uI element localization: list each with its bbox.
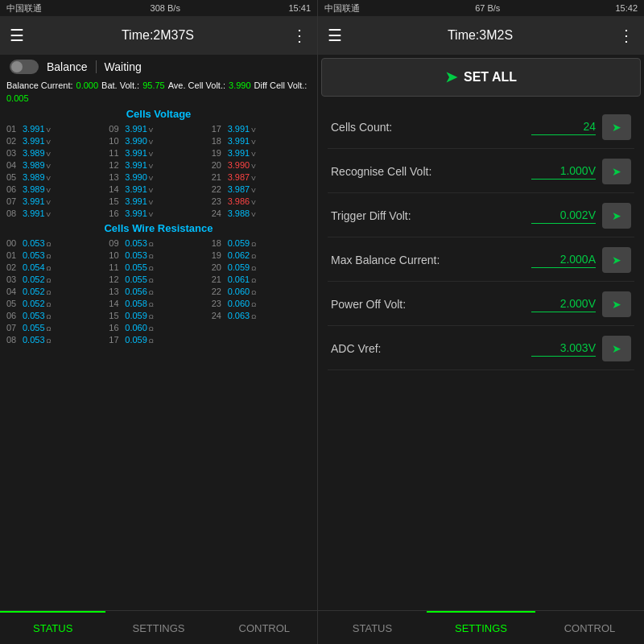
- cell-number: 07: [6, 196, 21, 206]
- cell-number: 23: [212, 196, 226, 206]
- setting-send-button[interactable]: ➤: [602, 291, 631, 317]
- wire-value: 0.063: [228, 311, 250, 320]
- cell-unit: V: [47, 151, 51, 158]
- right-tab-settings[interactable]: SETTINGS: [427, 611, 535, 644]
- setting-label: ADC Vref:: [331, 342, 531, 355]
- wire-unit: Ω: [251, 277, 256, 284]
- setting-value[interactable]: 2.000V: [531, 297, 596, 312]
- cell-unit: V: [251, 199, 255, 206]
- wire-value: 0.055: [125, 262, 147, 272]
- setting-value[interactable]: 3.003V: [531, 341, 596, 357]
- wire-value: 0.055: [23, 323, 45, 332]
- left-top-bar: ☰ Time:2M37S ⋮: [0, 16, 317, 55]
- balance-current-label: Balance Current:: [6, 80, 73, 90]
- setting-value[interactable]: 2.000A: [531, 253, 596, 268]
- cell-value: 3.991: [228, 148, 250, 158]
- cell-voltage-item: 243.988V: [212, 208, 311, 219]
- cell-number: 22: [212, 184, 226, 194]
- wire-value: 0.052: [23, 287, 45, 296]
- wire-resistance-item: 040.052Ω: [6, 286, 105, 297]
- wire-unit: Ω: [149, 337, 154, 345]
- cell-number: 13: [109, 172, 123, 182]
- wire-unit: Ω: [251, 301, 256, 308]
- right-tab-control[interactable]: CONTROL: [535, 611, 644, 644]
- cell-value: 3.991: [125, 184, 147, 194]
- cell-value: 3.991: [125, 124, 147, 134]
- left-time: 15:41: [288, 3, 311, 13]
- cell-number: 16: [109, 208, 123, 218]
- cell-number: 11: [109, 148, 123, 158]
- wire-number: 19: [212, 250, 226, 260]
- cell-number: 14: [109, 184, 123, 194]
- cell-value: 3.989: [23, 160, 45, 170]
- wire-resistance-item: 210.061Ω: [212, 274, 311, 285]
- cell-value: 3.988: [228, 208, 250, 218]
- right-top-bar: ☰ Time:3M2S ⋮: [318, 16, 644, 55]
- setting-value[interactable]: 0.002V: [531, 208, 596, 224]
- wire-value: 0.058: [125, 299, 147, 308]
- wire-number: 10: [109, 250, 123, 260]
- wire-value: 0.054: [23, 262, 45, 272]
- right-panel: 中国联通 67 B/s 15:42 ☰ Time:3M2S ⋮ ➤ SET AL…: [318, 0, 644, 644]
- wire-resistance-item: 240.063Ω: [212, 310, 311, 321]
- wire-number: 14: [109, 299, 123, 308]
- right-hamburger-icon[interactable]: ☰: [328, 26, 342, 45]
- set-all-button[interactable]: ➤ SET ALL: [321, 58, 641, 97]
- cell-number: 05: [6, 172, 21, 182]
- left-dots-icon[interactable]: ⋮: [291, 26, 308, 45]
- setting-send-button[interactable]: ➤: [602, 159, 631, 184]
- left-status-bar: 中国联通 308 B/s 15:41: [0, 0, 317, 16]
- setting-send-button[interactable]: ➤: [602, 114, 631, 140]
- wire-value: 0.059: [228, 262, 250, 272]
- cell-number: 12: [109, 160, 123, 170]
- cell-value: 3.991: [125, 148, 147, 158]
- bat-volt-label: Bat. Volt.:: [101, 80, 139, 90]
- cell-number: 24: [212, 208, 226, 218]
- right-title: Time:3M2S: [448, 28, 513, 43]
- setting-send-button[interactable]: ➤: [602, 203, 631, 229]
- left-tab-control[interactable]: CONTROL: [212, 611, 317, 644]
- balance-toggle[interactable]: [10, 60, 39, 74]
- left-tab-settings[interactable]: SETTINGS: [105, 611, 211, 644]
- cell-unit: V: [149, 211, 153, 218]
- setting-row: Power Off Volt:2.000V➤: [328, 283, 634, 326]
- wire-resistance-item: 100.053Ω: [109, 250, 208, 261]
- ave-cell-volt-label: Ave. Cell Volt.:: [168, 80, 225, 90]
- setting-value[interactable]: 24: [531, 120, 596, 135]
- right-tab-status[interactable]: STATUS: [318, 611, 427, 644]
- left-tab-status[interactable]: STATUS: [0, 611, 105, 644]
- cell-number: 03: [6, 148, 21, 158]
- cell-number: 15: [109, 196, 123, 206]
- cell-unit: V: [251, 138, 255, 146]
- cells-wire-header: Cells Wire Resistance: [0, 219, 317, 237]
- cell-number: 20: [212, 160, 226, 170]
- wire-number: 24: [212, 311, 226, 320]
- wire-resistance-item: [212, 322, 311, 333]
- setting-send-button[interactable]: ➤: [602, 247, 631, 273]
- right-dots-icon[interactable]: ⋮: [618, 26, 634, 45]
- set-all-send-icon: ➤: [445, 68, 457, 86]
- cell-number: 01: [6, 124, 21, 134]
- cell-voltage-item: 233.986V: [212, 196, 311, 207]
- cell-voltage-item: 163.991V: [109, 208, 208, 219]
- cell-voltage-item: 213.987V: [212, 171, 311, 183]
- wire-resistance-item: 060.053Ω: [6, 310, 105, 321]
- left-panel: 中国联通 308 B/s 15:41 ☰ Time:2M37S ⋮ Balanc…: [0, 0, 318, 644]
- setting-value[interactable]: 1.000V: [531, 164, 596, 180]
- cell-number: 19: [212, 148, 226, 158]
- cell-unit: V: [251, 175, 255, 182]
- cell-unit: V: [47, 199, 51, 206]
- right-status-bar: 中国联通 67 B/s 15:42: [318, 0, 644, 16]
- wire-resistance-item: 180.059Ω: [212, 237, 311, 249]
- cell-unit: V: [149, 126, 153, 134]
- wire-unit: Ω: [251, 253, 256, 260]
- wire-value: 0.053: [23, 238, 45, 248]
- wire-number: 16: [109, 323, 123, 332]
- cell-unit: V: [149, 163, 153, 170]
- setting-send-button[interactable]: ➤: [602, 336, 631, 361]
- wire-value: 0.052: [23, 299, 45, 308]
- left-hamburger-icon[interactable]: ☰: [10, 26, 24, 45]
- wire-number: 13: [109, 287, 123, 296]
- setting-row: Max Balance Current:2.000A➤: [328, 239, 634, 282]
- wire-resistance-item: 090.053Ω: [109, 237, 208, 249]
